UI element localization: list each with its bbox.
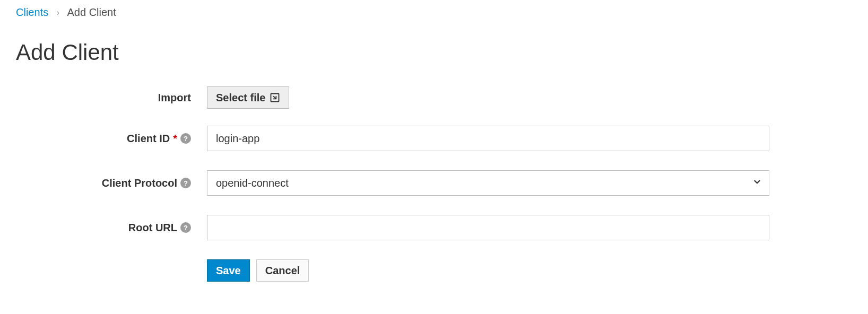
client-id-input[interactable] [207, 126, 769, 151]
required-indicator: * [173, 133, 177, 145]
client-protocol-label: Client Protocol [102, 177, 177, 189]
help-icon[interactable]: ? [180, 178, 191, 188]
page-title: Add Client [16, 40, 852, 65]
chevron-right-icon: › [57, 8, 59, 17]
breadcrumb-link-clients[interactable]: Clients [16, 6, 48, 18]
select-file-button-label: Select file [216, 91, 265, 104]
root-url-input[interactable] [207, 215, 769, 240]
client-id-label: Client ID [127, 133, 170, 145]
root-url-label: Root URL [128, 222, 177, 234]
import-icon [270, 92, 280, 103]
breadcrumb-current: Add Client [67, 6, 116, 18]
help-icon[interactable]: ? [180, 133, 191, 144]
import-label: Import [158, 92, 191, 104]
select-file-button[interactable]: Select file [207, 86, 289, 109]
help-icon[interactable]: ? [180, 222, 191, 233]
breadcrumb: Clients › Add Client [16, 6, 852, 19]
cancel-button[interactable]: Cancel [256, 259, 309, 282]
save-button[interactable]: Save [207, 259, 250, 282]
client-protocol-select[interactable]: openid-connect [207, 170, 769, 196]
